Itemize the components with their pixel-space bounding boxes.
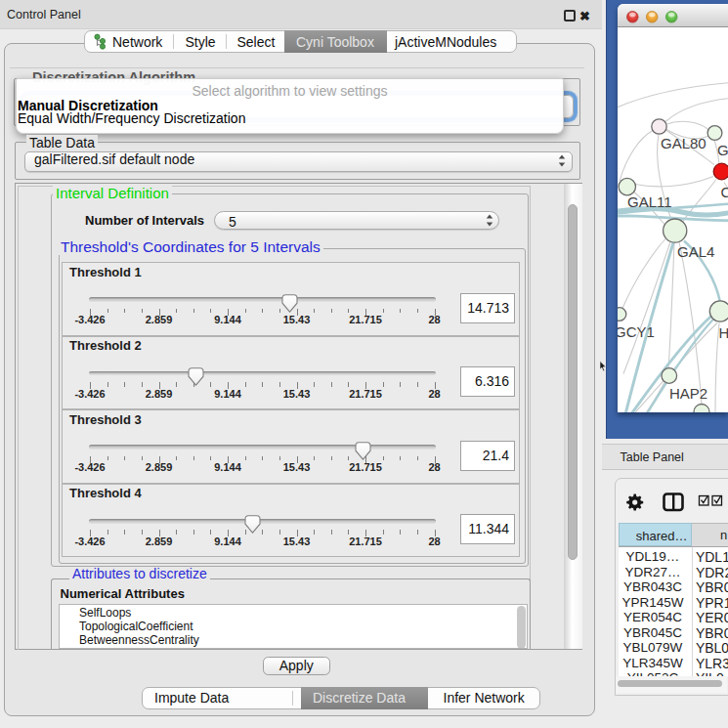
svg-text:GA: GA	[717, 141, 728, 157]
svg-text:GAL4: GAL4	[677, 242, 714, 259]
svg-text:GCY1: GCY1	[618, 322, 655, 339]
svg-text:H: H	[719, 323, 728, 340]
svg-text:GAL11: GAL11	[627, 193, 672, 209]
svg-text:HAP2: HAP2	[669, 384, 707, 401]
svg-text:C: C	[721, 183, 728, 199]
svg-text:GAL80: GAL80	[661, 134, 707, 150]
